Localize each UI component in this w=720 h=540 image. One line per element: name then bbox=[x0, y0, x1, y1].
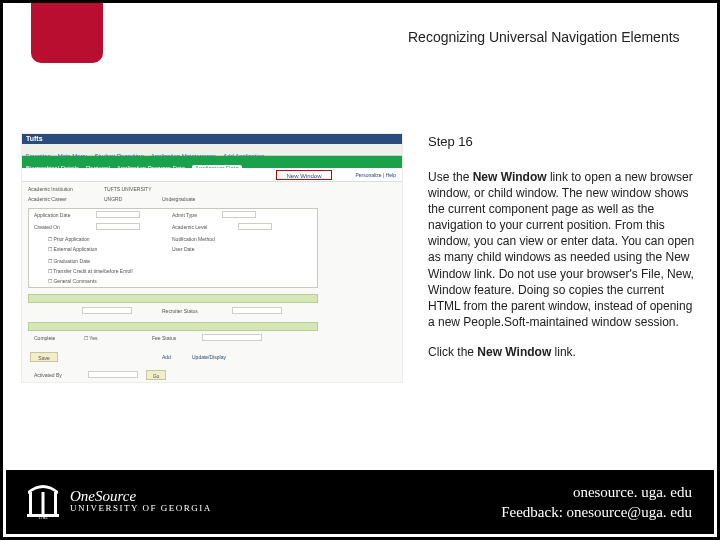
footer: 1785 OneSource UNIVERSITY OF GEORGIA one… bbox=[6, 470, 714, 534]
instruction-column: Step 16 Use the New Window link to open … bbox=[428, 133, 695, 375]
footer-logo-line2: UNIVERSITY OF GEORGIA bbox=[70, 504, 212, 514]
screenshot-toplinks: Personalize | Help bbox=[356, 172, 397, 178]
brand-tab bbox=[31, 3, 103, 63]
embedded-screenshot: Tufts FavoritesMain MenuStudent Recruiti… bbox=[21, 133, 403, 383]
body-paragraph: Use the New Window link to open a new br… bbox=[428, 169, 695, 331]
slide: Recognizing Universal Navigation Element… bbox=[0, 0, 720, 540]
svg-rect-2 bbox=[42, 492, 45, 514]
svg-text:1785: 1785 bbox=[39, 515, 49, 520]
svg-rect-1 bbox=[29, 492, 32, 514]
footer-logo-line1: OneSource bbox=[70, 488, 212, 505]
instruction-paragraph: Click the New Window link. bbox=[428, 344, 695, 360]
footer-feedback: Feedback: onesource@uga. edu bbox=[501, 502, 692, 522]
new-window-link[interactable]: New Window bbox=[276, 170, 332, 180]
screenshot-brand: Tufts bbox=[26, 134, 43, 144]
uga-arch-icon: 1785 bbox=[26, 482, 60, 520]
footer-logo: 1785 OneSource UNIVERSITY OF GEORGIA bbox=[26, 482, 212, 520]
slide-title: Recognizing Universal Navigation Element… bbox=[408, 29, 699, 45]
footer-url: onesource. uga. edu bbox=[501, 482, 692, 502]
step-heading: Step 16 bbox=[428, 133, 695, 151]
svg-rect-3 bbox=[54, 492, 57, 514]
